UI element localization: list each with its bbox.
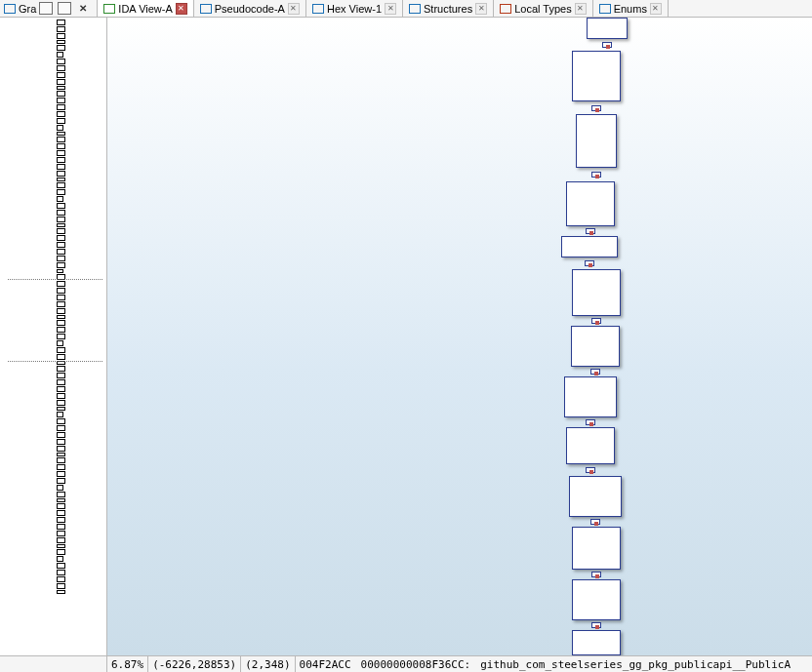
tab-label: Pseudocode-A [215,3,285,15]
graph-node[interactable] [572,269,621,316]
overview-node [57,386,65,392]
overview-node [57,549,65,555]
overview-node [57,457,65,463]
graph-connector [591,318,601,324]
overview-node [57,563,65,569]
overview-node [57,262,65,268]
overview-node [57,269,63,273]
overview-node [57,464,65,470]
tab-ida-view-a[interactable]: IDA View-A✕ [98,0,193,17]
overview-node [57,45,65,51]
tab-icon [312,4,324,14]
overview-node [57,412,63,417]
overview-node [57,425,65,431]
overview-node [57,301,65,307]
overview-node [57,98,65,103]
overview-node [57,189,65,195]
overview-node [57,33,65,39]
overview-node [57,354,65,360]
overview-node [57,366,65,372]
tab-label: Enums [614,3,647,15]
overview-node [57,308,65,314]
overview-node [57,334,65,339]
overview-node [57,288,65,294]
status-addr-2: 00000000008F36CC: [361,658,471,671]
overview-node [57,281,65,287]
tab-close-icon[interactable]: ✕ [575,3,587,15]
overview-node [57,26,65,32]
tab-close-icon[interactable]: ✕ [475,3,487,15]
graph-node[interactable] [587,18,628,39]
overview-title: Gra [19,3,36,15]
graph-connector [586,467,595,473]
graph-node[interactable] [572,527,621,570]
graph-connector [586,419,595,425]
graph-node[interactable] [561,236,618,257]
graph-connector [591,622,601,628]
graph-node[interactable] [572,630,621,655]
overview-node [57,432,65,438]
overview-node [57,373,65,378]
tab-icon [200,4,212,14]
tab-enums[interactable]: Enums✕ [593,0,669,17]
overview-node [57,379,65,385]
tab-icon [500,4,511,14]
tab-close-icon[interactable]: ✕ [650,3,662,15]
overview-node [57,157,65,163]
graph-connector [591,105,601,111]
tab-structures[interactable]: Structures✕ [403,0,494,17]
graph-node[interactable] [572,579,621,620]
graph-node[interactable] [566,181,615,226]
overview-btn-1[interactable] [39,2,53,15]
graph-node[interactable] [564,376,617,417]
overview-node [57,503,65,509]
overview-node [57,295,65,300]
overview-node [57,478,65,484]
tab-close-icon[interactable]: ✕ [176,3,187,15]
overview-node [57,347,65,353]
overview-node [57,393,65,399]
tab-hex-view-1[interactable]: Hex View-1✕ [306,0,403,17]
overview-close-icon[interactable]: ✕ [76,2,89,15]
tabstrip: Gra ✕ IDA View-A✕Pseudocode-A✕Hex View-1… [0,0,812,18]
overview-btn-2[interactable] [58,2,71,15]
status-coords-2: (2,348) [241,656,295,672]
overview-icon [4,4,16,14]
tab-pseudocode-a[interactable]: Pseudocode-A✕ [194,0,306,17]
overview-node [57,517,65,523]
status-addr-1: 004F2ACC [300,658,351,671]
tab-label: Local Types [514,3,572,15]
status-spacer [0,656,107,672]
overview-node [57,249,65,255]
overview-node [57,256,65,261]
overview-node [57,228,65,234]
tab-local-types[interactable]: Local Types✕ [494,0,593,17]
tab-close-icon[interactable]: ✕ [385,3,396,15]
graph-node[interactable] [569,476,622,517]
overview-header: Gra ✕ [0,0,98,17]
overview-node [57,20,65,25]
overview-node [57,40,65,44]
tab-close-icon[interactable]: ✕ [288,3,300,15]
graph-node[interactable] [572,51,621,101]
overview-node [57,446,65,452]
overview-node [57,556,63,562]
tab-icon [409,4,421,14]
overview-node [57,210,65,216]
overview-node [57,235,65,241]
overview-node [57,178,65,181]
graph-node[interactable] [576,114,617,168]
overview-node [57,570,65,575]
overview-node [57,242,65,248]
overview-node [57,217,65,222]
graph-overview-panel[interactable] [0,18,107,655]
overview-node [57,203,65,209]
ida-graph-view[interactable] [107,18,812,655]
overview-node [57,471,65,477]
overview-node [57,320,65,326]
overview-node [57,171,65,177]
overview-node [57,544,65,548]
overview-node [57,327,65,333]
graph-node[interactable] [566,427,615,464]
graph-node[interactable] [571,326,620,367]
